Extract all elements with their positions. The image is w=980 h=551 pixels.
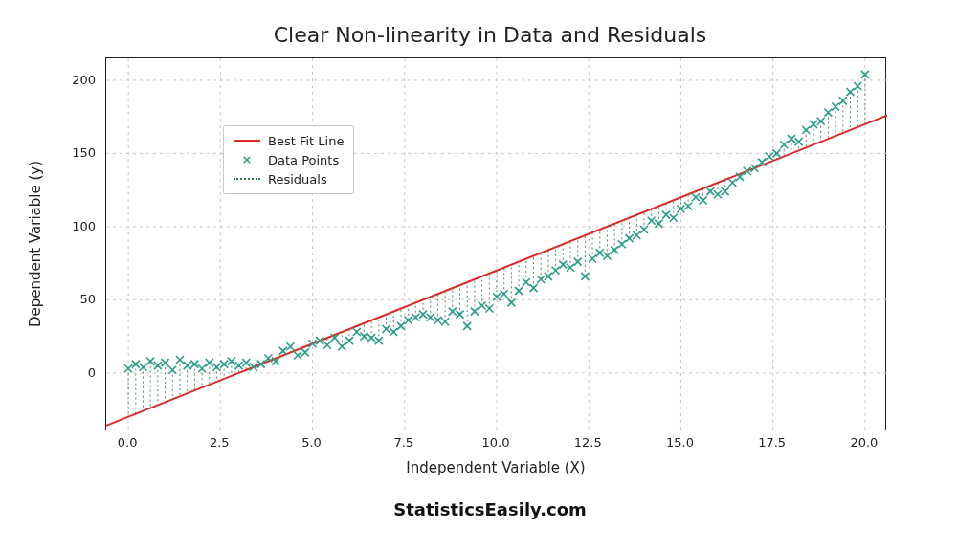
data-point-marker	[397, 322, 405, 330]
chart-figure: Clear Non-linearity in Data and Residual…	[0, 0, 980, 551]
data-point-marker	[250, 364, 257, 371]
data-point-marker	[294, 351, 301, 359]
data-point-marker	[345, 337, 353, 344]
legend-label: Best Fit Line	[268, 134, 344, 148]
legend-entry-fit-line: Best Fit Line	[234, 131, 344, 150]
x-tick-label: 15.0	[666, 435, 694, 450]
data-point-marker	[581, 273, 589, 280]
data-point-marker	[684, 202, 692, 209]
data-point-marker	[832, 102, 839, 110]
legend-entry-residuals: Residuals	[234, 169, 344, 188]
legend-label: Residuals	[268, 172, 327, 187]
data-point-marker	[176, 356, 184, 364]
data-point-marker	[353, 328, 361, 336]
data-point-marker	[338, 342, 345, 350]
data-point-marker	[390, 328, 397, 336]
data-point-marker	[441, 318, 449, 325]
data-point-marker	[228, 358, 235, 365]
plot-area: Best Fit Line × Data Points Residuals	[105, 57, 886, 430]
data-point-marker	[309, 340, 317, 347]
data-point-marker	[817, 118, 825, 125]
y-tick-label: 150	[72, 145, 96, 160]
data-point-marker	[198, 364, 206, 372]
data-point-marker	[824, 109, 832, 117]
data-point-marker	[507, 298, 515, 306]
data-point-marker	[633, 231, 640, 239]
data-point-marker	[471, 308, 479, 316]
dotted-line-icon	[234, 172, 260, 186]
data-point-marker	[766, 152, 773, 160]
x-tick-label: 12.5	[574, 435, 602, 450]
data-point-marker	[677, 206, 684, 213]
x-tick-label: 0.0	[118, 435, 138, 450]
data-point-marker	[405, 317, 412, 324]
x-tick-label: 10.0	[482, 435, 510, 450]
data-point-marker	[802, 126, 810, 134]
legend-label: Data Points	[268, 153, 339, 167]
data-point-marker	[168, 366, 176, 374]
data-point-marker	[567, 264, 574, 272]
data-point-marker	[493, 293, 501, 300]
data-point-marker	[501, 290, 508, 298]
data-point-marker	[323, 342, 331, 349]
data-point-marker	[279, 347, 287, 355]
data-point-marker	[523, 278, 530, 286]
y-tick-label: 0	[88, 364, 96, 379]
data-point-marker	[626, 234, 634, 242]
y-tick-label: 100	[72, 218, 96, 232]
data-point-marker	[537, 276, 545, 283]
data-point-marker	[457, 311, 464, 319]
data-point-marker	[728, 179, 736, 187]
data-point-marker	[655, 220, 662, 228]
data-point-marker	[242, 359, 250, 366]
line-icon	[234, 134, 260, 147]
data-point-marker	[220, 361, 228, 368]
data-point-marker	[700, 196, 707, 204]
data-point-marker	[301, 348, 309, 356]
data-point-marker	[640, 226, 648, 233]
y-axis-label: Dependent Variable (y)	[27, 57, 46, 430]
data-point-marker	[412, 314, 419, 321]
y-tick-label: 50	[79, 292, 96, 306]
data-point-marker	[162, 359, 169, 366]
data-point-marker	[515, 287, 523, 295]
data-point-marker	[124, 364, 132, 372]
data-point-marker	[368, 334, 375, 342]
data-point-marker	[235, 362, 243, 369]
data-point-marker	[545, 273, 552, 280]
data-point-marker	[854, 82, 861, 90]
data-point-marker	[529, 284, 537, 292]
x-tick-label: 17.5	[758, 435, 786, 450]
data-point-marker	[383, 325, 390, 333]
legend: Best Fit Line × Data Points Residuals	[223, 125, 354, 194]
data-point-marker	[706, 187, 714, 195]
data-point-marker	[257, 361, 265, 368]
data-point-marker	[479, 301, 486, 309]
data-point-marker	[559, 261, 567, 269]
data-point-marker	[662, 211, 670, 219]
x-tick-label: 2.5	[210, 435, 230, 450]
data-point-marker	[648, 217, 656, 225]
data-point-marker	[206, 359, 213, 366]
data-point-marker	[589, 255, 596, 263]
data-point-marker	[692, 193, 700, 201]
data-point-marker	[552, 267, 560, 275]
data-point-marker	[788, 135, 795, 143]
chart-title: Clear Non-linearity in Data and Residual…	[0, 23, 980, 47]
legend-entry-data-points: × Data Points	[234, 150, 344, 169]
data-point-marker	[190, 361, 198, 368]
data-point-marker	[744, 167, 751, 175]
data-point-marker	[574, 258, 582, 266]
data-point-marker	[463, 322, 471, 330]
data-point-marker	[780, 141, 788, 148]
footer-text: StatisticsEasily.com	[0, 499, 980, 519]
data-point-marker	[773, 149, 781, 157]
data-point-marker	[670, 214, 678, 222]
data-point-marker	[839, 97, 847, 104]
data-point-marker	[795, 138, 803, 145]
data-point-marker	[146, 358, 154, 365]
data-point-marker	[810, 121, 817, 128]
x-axis-label: Independent Variable (X)	[105, 459, 886, 476]
x-marker-icon: ×	[234, 153, 260, 166]
data-point-marker	[212, 364, 220, 371]
